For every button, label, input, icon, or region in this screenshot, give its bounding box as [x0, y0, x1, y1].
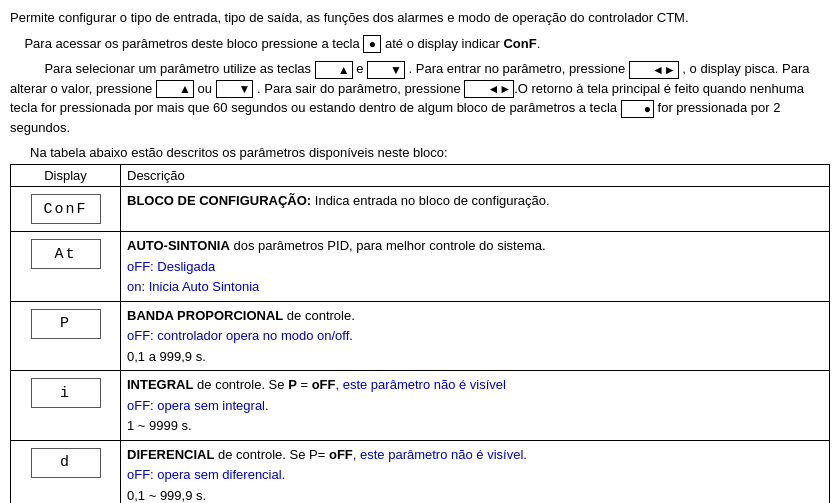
enter-key-1: ◄► [629, 61, 679, 79]
col-header-desc: Descrição [121, 165, 830, 187]
intro-line1: Permite configurar o tipo de entrada, ti… [10, 8, 830, 28]
desc-extra-line-2-0: oFF: controlador opera no modo on/off. [127, 326, 823, 346]
desc-bold-4: DIFERENCIAL [127, 447, 214, 462]
intro-line2: Para acessar os parâmetros deste bloco p… [10, 34, 830, 54]
display-box-2: P [31, 309, 101, 339]
desc-extra-line-3-0: oFF: opera sem integral. [127, 396, 823, 416]
up-key-1: ▲ [315, 61, 353, 79]
display-box-1: At [31, 239, 101, 269]
bullet-key-1: ● [363, 35, 381, 53]
desc-cell-2: BANDA PROPORCIONAL de controle.oFF: cont… [121, 301, 830, 371]
desc-bold-1: AUTO-SINTONIA [127, 238, 230, 253]
desc-first-line-2: BANDA PROPORCIONAL de controle. [127, 306, 823, 326]
table-row: PBANDA PROPORCIONAL de controle.oFF: con… [11, 301, 830, 371]
desc-extra-line-1-0: oFF: Desligada [127, 257, 823, 277]
display-cell-2: P [11, 301, 121, 371]
up-key-2: ▲ [156, 80, 194, 98]
table-row: iINTEGRAL de controle. Se P = oFF, este … [11, 371, 830, 441]
table-row: ConFBLOCO DE CONFIGURAÇÃO: Indica entrad… [11, 187, 830, 232]
down-key-1: ▼ [367, 61, 405, 79]
intro-text-1: Permite configurar o tipo de entrada, ti… [10, 10, 689, 25]
intro-text-3a: Para selecionar um parâmetro utilize as … [44, 61, 314, 76]
conf-label: ConF [503, 36, 536, 51]
intro-text-3d: . Para sair do parâmetro, pressione [253, 81, 464, 96]
desc-extra-line-2-1: 0,1 a 999,9 s. [127, 347, 823, 367]
down-key-2: ▼ [216, 80, 254, 98]
desc-cell-0: BLOCO DE CONFIGURAÇÃO: Indica entrada no… [121, 187, 830, 232]
bullet-key-2: ● [621, 100, 654, 118]
intro-line3: Para selecionar um parâmetro utilize as … [10, 59, 830, 137]
desc-cell-4: DIFERENCIAL de controle. Se P= oFF, este… [121, 440, 830, 503]
desc-extra-line-3-1: 1 ~ 9999 s. [127, 416, 823, 436]
desc-extra-line-4-0: oFF: opera sem diferencial. [127, 465, 823, 485]
desc-bold-0: BLOCO DE CONFIGURAÇÃO: [127, 193, 311, 208]
desc-first-line-0: BLOCO DE CONFIGURAÇÃO: Indica entrada no… [127, 191, 823, 211]
display-box-4: d [31, 448, 101, 478]
enter-key-2: ◄► [464, 80, 514, 98]
desc-first-line-1: AUTO-SINTONIA dos parâmetros PID, para m… [127, 236, 823, 256]
desc-first-line-4: DIFERENCIAL de controle. Se P= oFF, este… [127, 445, 823, 465]
desc-extra-line-1-1: on: Inicia Auto Sintonia [127, 277, 823, 297]
display-cell-0: ConF [11, 187, 121, 232]
desc-cell-1: AUTO-SINTONIA dos parâmetros PID, para m… [121, 232, 830, 302]
intro-section: Permite configurar o tipo de entrada, ti… [10, 8, 830, 137]
table-row: AtAUTO-SINTONIA dos parâmetros PID, para… [11, 232, 830, 302]
table-intro-text: Na tabela abaixo estão descritos os parâ… [10, 145, 830, 160]
desc-bold-2: BANDA PROPORCIONAL [127, 308, 283, 323]
display-box-0: ConF [31, 194, 101, 224]
desc-extra-line-4-1: 0,1 ~ 999,9 s. [127, 486, 823, 503]
desc-cell-3: INTEGRAL de controle. Se P = oFF, este p… [121, 371, 830, 441]
intro-text-3b: . Para entrar no parâmetro, pressione [405, 61, 629, 76]
display-cell-4: d [11, 440, 121, 503]
display-cell-3: i [11, 371, 121, 441]
desc-bold-3: INTEGRAL [127, 377, 193, 392]
params-table: Display Descrição ConFBLOCO DE CONFIGURA… [10, 164, 830, 503]
display-cell-1: At [11, 232, 121, 302]
desc-first-line-3: INTEGRAL de controle. Se P = oFF, este p… [127, 375, 823, 395]
table-section: Na tabela abaixo estão descritos os parâ… [10, 145, 830, 503]
col-header-display: Display [11, 165, 121, 187]
table-row: dDIFERENCIAL de controle. Se P= oFF, est… [11, 440, 830, 503]
intro-text-2a: Para acessar os parâmetros deste bloco p… [10, 36, 363, 51]
display-box-3: i [31, 378, 101, 408]
